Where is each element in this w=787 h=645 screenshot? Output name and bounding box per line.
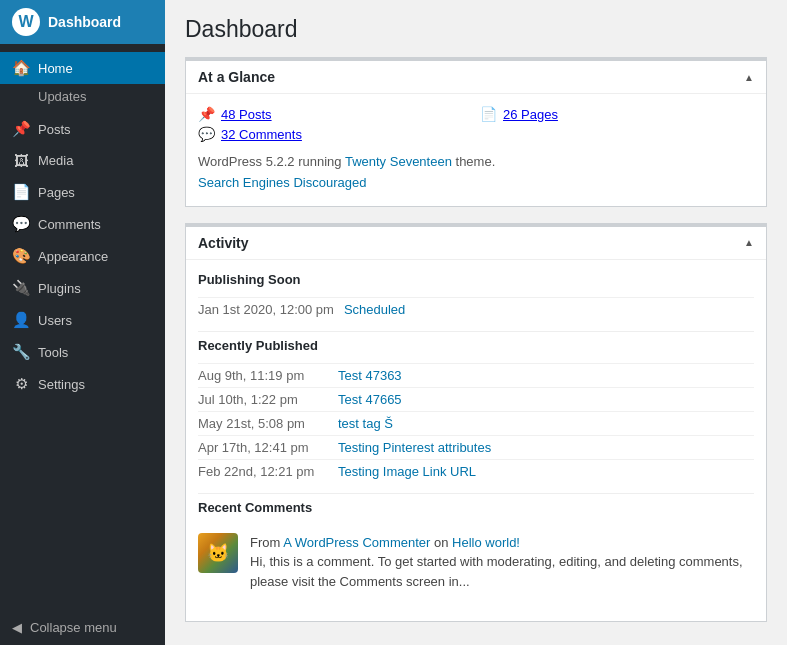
sidebar-item-pages-label: Pages [38,185,75,200]
sidebar-item-tools[interactable]: 🔧 Tools [0,336,165,368]
posts-stat: 📌 48 Posts [198,106,472,122]
sidebar-item-tools-label: Tools [38,345,68,360]
pages-count-link[interactable]: 26 Pages [503,107,558,122]
comment-item: 🐱 From A WordPress Commenter on Hello wo… [198,525,754,600]
post-date: Aug 9th, 11:19 pm [198,368,328,383]
sidebar-item-settings[interactable]: ⚙ Settings [0,368,165,400]
sidebar-item-media[interactable]: 🖼 Media [0,145,165,176]
sidebar-item-settings-label: Settings [38,377,85,392]
post-date: May 21st, 5:08 pm [198,416,328,431]
at-a-glance-header: At a Glance ▲ [186,61,766,94]
comments-count-link[interactable]: 32 Comments [221,127,302,142]
post-title-link[interactable]: Testing Image Link URL [338,464,476,479]
sidebar-item-pages[interactable]: 📄 Pages [0,176,165,208]
theme-suffix: theme. [452,154,495,169]
sidebar-item-posts-label: Posts [38,122,71,137]
pages-icon: 📄 [12,183,30,201]
sidebar-logo[interactable]: W Dashboard [0,0,165,44]
table-row: Apr 17th, 12:41 pmTesting Pinterest attr… [198,435,754,459]
post-date: Jul 10th, 1:22 pm [198,392,328,407]
activity-header: Activity ▲ [186,227,766,260]
section-divider [198,331,754,332]
theme-link[interactable]: Twenty Seventeen [345,154,452,169]
pushpin-icon: 📌 [198,106,215,122]
sidebar-item-posts[interactable]: 📌 Posts [0,113,165,145]
comment-post-link[interactable]: Hello world! [452,535,520,550]
settings-icon: ⚙ [12,375,30,393]
sidebar-item-comments[interactable]: 💬 Comments [0,208,165,240]
wp-logo-icon: W [12,8,40,36]
main-content: Dashboard At a Glance ▲ 📌 48 Posts 📄 26 … [165,0,787,645]
appearance-icon: 🎨 [12,247,30,265]
activity-title: Activity [198,235,249,251]
comment-on-text: on [430,535,452,550]
comment-avatar: 🐱 [198,533,238,573]
post-title-link[interactable]: Test 47363 [338,368,402,383]
publishing-soon-status[interactable]: Scheduled [344,302,405,317]
sidebar-item-plugins[interactable]: 🔌 Plugins [0,272,165,304]
comment-author-link[interactable]: A WordPress Commenter [283,535,430,550]
post-date: Apr 17th, 12:41 pm [198,440,328,455]
plugins-icon: 🔌 [12,279,30,297]
at-a-glance-title: At a Glance [198,69,275,85]
sidebar-item-appearance-label: Appearance [38,249,108,264]
collapse-menu-button[interactable]: ◀ Collapse menu [0,610,165,645]
table-row: Aug 9th, 11:19 pmTest 47363 [198,363,754,387]
activity-toggle[interactable]: ▲ [744,237,754,248]
comment-icon: 💬 [198,126,215,142]
comment-body: From A WordPress Commenter on Hello worl… [250,533,754,592]
sidebar-item-home-label: Home [38,61,73,76]
posts-icon: 📌 [12,120,30,138]
sidebar-item-media-label: Media [38,153,73,168]
comment-from-text: From [250,535,283,550]
at-a-glance-toggle[interactable]: ▲ [744,72,754,83]
activity-body: Publishing Soon Jan 1st 2020, 12:00 pm S… [186,260,766,622]
glance-stats: 📌 48 Posts 📄 26 Pages 💬 32 Comments [198,106,754,142]
post-title-link[interactable]: Testing Pinterest attributes [338,440,491,455]
media-icon: 🖼 [12,152,30,169]
recently-published-title: Recently Published [198,338,754,357]
recent-comments-title: Recent Comments [198,500,754,519]
pages-stat: 📄 26 Pages [480,106,754,122]
section-divider-2 [198,493,754,494]
sidebar: W Dashboard 🏠 Home Updates 📌 Posts 🖼 Med… [0,0,165,645]
publishing-soon-row: Jan 1st 2020, 12:00 pm Scheduled [198,297,754,321]
table-row: Feb 22nd, 12:21 pmTesting Image Link URL [198,459,754,483]
page-icon: 📄 [480,106,497,122]
comments-stat: 💬 32 Comments [198,126,472,142]
sidebar-item-appearance[interactable]: 🎨 Appearance [0,240,165,272]
sidebar-item-users[interactable]: 👤 Users [0,304,165,336]
glance-wp-info: WordPress 5.2.2 running Twenty Seventeen… [198,152,754,194]
at-a-glance-body: 📌 48 Posts 📄 26 Pages 💬 32 Comments Word… [186,94,766,206]
collapse-menu-label: Collapse menu [30,620,117,635]
sidebar-item-users-label: Users [38,313,72,328]
comment-body-text: Hi, this is a comment. To get started wi… [250,554,743,589]
home-icon: 🏠 [12,59,30,77]
collapse-arrow-icon: ◀ [12,620,22,635]
page-title: Dashboard [185,16,767,43]
sidebar-home-section: 🏠 Home Updates 📌 Posts 🖼 Media 📄 Pages 💬… [0,44,165,408]
publishing-soon-title: Publishing Soon [198,272,754,291]
recently-published-section: Recently Published Aug 9th, 11:19 pmTest… [198,338,754,483]
search-engines-link[interactable]: Search Engines Discouraged [198,175,366,190]
comments-icon: 💬 [12,215,30,233]
table-row: May 21st, 5:08 pmtest tag Š [198,411,754,435]
post-title-link[interactable]: test tag Š [338,416,393,431]
users-icon: 👤 [12,311,30,329]
wp-version-text: WordPress 5.2.2 running [198,154,345,169]
recent-posts-list: Aug 9th, 11:19 pmTest 47363Jul 10th, 1:2… [198,363,754,483]
sidebar-sub-item-updates[interactable]: Updates [38,86,165,107]
post-date: Feb 22nd, 12:21 pm [198,464,328,479]
sidebar-sub-home: Updates [0,84,165,113]
post-title-link[interactable]: Test 47665 [338,392,402,407]
publishing-soon-section: Publishing Soon Jan 1st 2020, 12:00 pm S… [198,272,754,321]
at-a-glance-widget: At a Glance ▲ 📌 48 Posts 📄 26 Pages 💬 32… [185,57,767,207]
table-row: Jul 10th, 1:22 pmTest 47665 [198,387,754,411]
sidebar-item-home[interactable]: 🏠 Home [0,52,165,84]
recent-comments-section: Recent Comments 🐱 From A WordPress Comme… [198,500,754,600]
publishing-soon-date: Jan 1st 2020, 12:00 pm [198,302,334,317]
sidebar-logo-label: Dashboard [48,14,121,30]
posts-count-link[interactable]: 48 Posts [221,107,272,122]
activity-widget: Activity ▲ Publishing Soon Jan 1st 2020,… [185,223,767,623]
sidebar-item-comments-label: Comments [38,217,101,232]
